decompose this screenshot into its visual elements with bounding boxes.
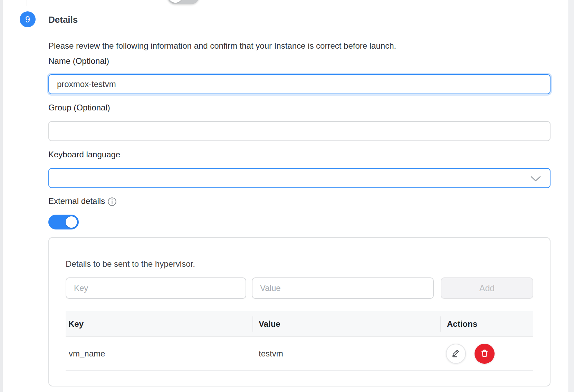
header-value: Value (252, 319, 440, 329)
column-divider (252, 316, 253, 332)
keyboard-language-label: Keyboard language (48, 149, 551, 159)
details-table: Key Value Actions vm_name testvm (66, 311, 533, 371)
key-value-form: Add (66, 277, 533, 299)
name-input[interactable] (48, 74, 551, 94)
step-number-badge: 9 (20, 11, 36, 27)
key-input[interactable] (66, 277, 246, 299)
external-details-row: External details (48, 196, 551, 206)
header-key: Key (66, 319, 252, 329)
table-header-row: Key Value Actions (66, 311, 533, 337)
trash-icon (480, 349, 489, 359)
group-input[interactable] (48, 121, 551, 141)
page-title: Details (48, 14, 551, 26)
row-actions-cell (440, 344, 533, 364)
intro-text: Please review the following information … (48, 41, 551, 51)
column-divider (440, 316, 441, 332)
edit-button[interactable] (446, 344, 466, 364)
chevron-down-icon (530, 176, 541, 183)
step-number: 9 (25, 14, 30, 24)
toggle-knob (66, 216, 77, 228)
header-actions: Actions (440, 319, 533, 329)
keyboard-language-select[interactable] (48, 168, 551, 188)
scrollbar-track[interactable] (568, 0, 574, 392)
row-key-cell: vm_name (66, 349, 252, 359)
external-details-label: External details (48, 196, 105, 206)
pencil-icon (451, 349, 461, 359)
row-value-cell: testvm (252, 349, 440, 359)
name-label: Name (Optional) (48, 56, 551, 66)
external-details-toggle[interactable] (48, 215, 79, 229)
table-row: vm_name testvm (66, 337, 533, 371)
info-icon[interactable] (107, 197, 117, 206)
delete-button[interactable] (475, 344, 495, 364)
step-connector-line (27, 0, 27, 6)
step-content: Details Please review the following info… (48, 0, 551, 386)
group-label: Group (Optional) (48, 102, 551, 112)
panel-description: Details to be sent to the hypervisor. (66, 259, 533, 269)
hypervisor-details-panel: Details to be sent to the hypervisor. Ad… (48, 237, 551, 386)
value-input[interactable] (252, 277, 434, 299)
left-edge-strip (0, 0, 3, 392)
add-button[interactable]: Add (441, 277, 533, 299)
details-step-page: 9 Details Please review the following in… (0, 0, 574, 392)
